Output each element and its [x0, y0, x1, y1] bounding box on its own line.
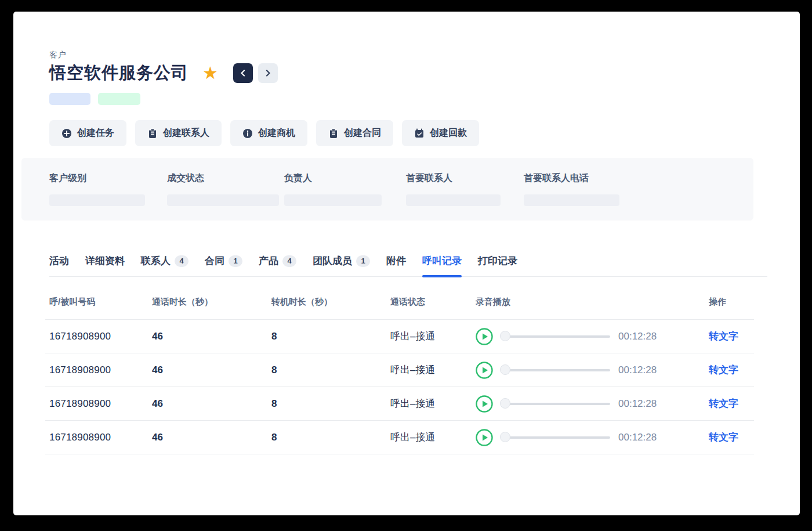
field-customer-level: 客户级别 — [49, 172, 167, 221]
field-label: 首要联系人 — [406, 172, 524, 185]
chevron-left-icon — [240, 70, 246, 77]
slider-track — [506, 403, 610, 405]
slider-handle[interactable] — [500, 331, 510, 341]
action-label: 创建合同 — [344, 127, 381, 139]
next-record-button[interactable] — [258, 63, 278, 83]
play-button[interactable] — [476, 429, 493, 446]
col-header-recording: 录音播放 — [476, 297, 709, 308]
seek-slider[interactable] — [500, 331, 610, 342]
call-number: 16718908900 — [49, 432, 152, 443]
slider-handle[interactable] — [500, 364, 510, 375]
tab-label: 活动 — [49, 254, 69, 268]
table-row: 16718908900 46 8 呼出–接通 00:12:28 转文字 — [45, 421, 754, 454]
to-text-link[interactable]: 转文字 — [709, 331, 738, 342]
table-row: 16718908900 46 8 呼出–接通 00:12:28 转文字 — [45, 353, 754, 387]
create-task-button[interactable]: 创建任务 — [49, 120, 126, 146]
col-header-duration: 通话时长（秒） — [152, 297, 271, 308]
field-primary-contact-phone: 首要联系人电话 — [524, 172, 619, 221]
play-button[interactable] — [476, 328, 493, 345]
action-label: 创建回款 — [430, 127, 467, 139]
play-button[interactable] — [476, 395, 493, 413]
tab-call-records[interactable]: 呼叫记录 — [422, 254, 462, 276]
tab-count-badge: 4 — [175, 255, 188, 267]
info-circle-icon — [242, 128, 253, 139]
tab-count-badge: 1 — [356, 255, 370, 267]
page-title: 悟空软件服务公司 — [49, 62, 188, 85]
favorite-star-icon[interactable]: ★ — [202, 64, 218, 82]
audio-player: 00:12:28 — [476, 429, 709, 446]
slider-handle[interactable] — [500, 432, 510, 442]
create-contact-button[interactable]: 创建联系人 — [135, 120, 222, 146]
play-icon — [476, 429, 493, 446]
tab-label: 合同 — [205, 254, 224, 268]
call-number: 16718908900 — [49, 364, 152, 376]
tab-print-records[interactable]: 打印记录 — [478, 254, 517, 276]
call-duration: 46 — [152, 364, 271, 376]
action-label: 创建商机 — [258, 127, 295, 139]
seek-slider[interactable] — [500, 432, 610, 443]
call-duration: 46 — [152, 432, 271, 443]
recording-duration: 00:12:28 — [618, 432, 657, 443]
to-text-link[interactable]: 转文字 — [709, 398, 738, 409]
field-value-placeholder — [167, 194, 279, 206]
play-icon — [476, 328, 493, 345]
seek-slider[interactable] — [500, 364, 610, 376]
chevron-right-icon — [264, 70, 271, 77]
play-icon — [476, 362, 493, 379]
action-label: 创建联系人 — [163, 127, 209, 139]
call-status: 呼出–接通 — [390, 431, 476, 444]
tab-count-badge: 4 — [282, 255, 296, 267]
entity-type-label: 客户 — [49, 50, 800, 60]
create-contract-button[interactable]: 创建合同 — [316, 120, 393, 146]
recording-duration: 00:12:28 — [618, 331, 657, 342]
tab-label: 呼叫记录 — [422, 254, 462, 268]
audio-player: 00:12:28 — [476, 362, 709, 379]
field-label: 成交状态 — [167, 172, 284, 185]
to-text-link[interactable]: 转文字 — [709, 364, 738, 375]
create-opportunity-button[interactable]: 创建商机 — [230, 120, 307, 146]
tab-team-members[interactable]: 团队成员1 — [313, 254, 370, 276]
tab-attachments[interactable]: 附件 — [386, 254, 406, 276]
tab-contacts[interactable]: 联系人4 — [141, 254, 188, 276]
call-status: 呼出–接通 — [390, 397, 476, 410]
slider-track — [506, 436, 610, 439]
call-status: 呼出–接通 — [390, 330, 476, 343]
play-icon — [476, 395, 493, 413]
slider-handle[interactable] — [500, 398, 510, 409]
recording-duration: 00:12:28 — [618, 364, 657, 376]
prev-record-button[interactable] — [233, 63, 253, 83]
tab-activity[interactable]: 活动 — [49, 254, 69, 276]
transfer-duration: 8 — [271, 331, 390, 342]
tab-contracts[interactable]: 合同1 — [205, 254, 242, 276]
call-number: 16718908900 — [49, 398, 152, 410]
field-value-placeholder — [406, 194, 501, 206]
play-button[interactable] — [476, 362, 493, 379]
call-log-table: 呼/被叫号码 通话时长（秒） 转机时长（秒） 通话状态 录音播放 操作 1671… — [45, 297, 754, 454]
transfer-duration: 8 — [271, 432, 390, 443]
transfer-duration: 8 — [271, 364, 390, 376]
clipboard-icon — [328, 128, 339, 139]
tab-products[interactable]: 产品4 — [259, 254, 296, 276]
detail-tabs: 活动 详细资料 联系人4 合同1 产品4 团队成员1 附件 呼叫记录 打印记录 — [49, 254, 767, 277]
summary-bar: 客户级别 成交状态 负责人 首要联系人 首要联系人电话 — [21, 158, 753, 221]
audio-player: 00:12:28 — [476, 328, 709, 345]
clipboard-icon — [147, 128, 158, 139]
call-duration: 46 — [152, 331, 271, 342]
tab-label: 详细资料 — [85, 254, 125, 268]
field-owner: 负责人 — [284, 172, 406, 221]
plus-circle-icon — [61, 128, 72, 139]
recording-duration: 00:12:28 — [618, 398, 657, 410]
table-row: 16718908900 46 8 呼出–接通 00:12:28 转文字 — [45, 320, 754, 353]
seek-slider[interactable] — [500, 398, 610, 410]
slider-track — [506, 369, 610, 371]
call-status: 呼出–接通 — [390, 363, 476, 377]
tab-details[interactable]: 详细资料 — [85, 254, 125, 276]
calendar-check-icon — [414, 128, 425, 139]
actions-toolbar: 创建任务 创建联系人 创建商机 创建合同 创建回款 — [49, 120, 800, 146]
call-duration: 46 — [152, 398, 271, 410]
tag-pill-green — [98, 93, 140, 105]
tag-pill-blue — [49, 93, 90, 105]
create-payment-button[interactable]: 创建回款 — [402, 120, 479, 146]
to-text-link[interactable]: 转文字 — [709, 432, 738, 443]
field-value-placeholder — [284, 194, 382, 206]
